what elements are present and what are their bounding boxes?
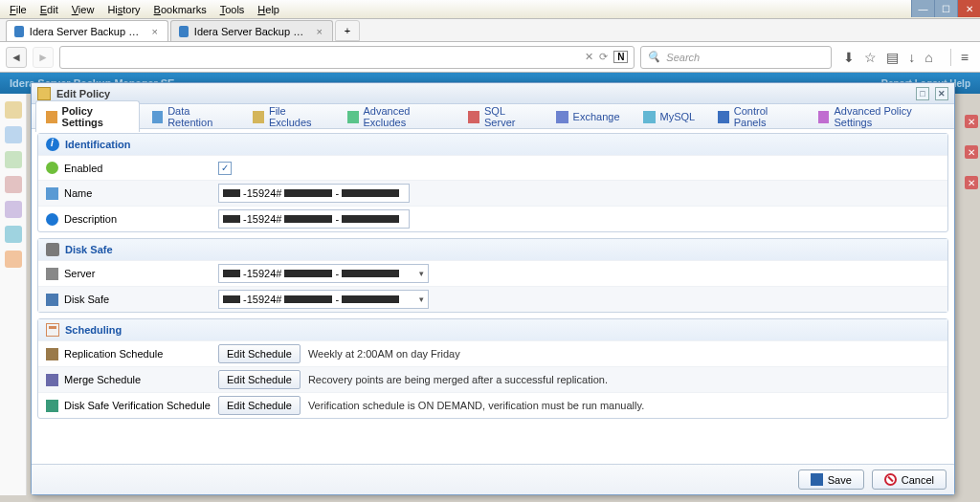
search-icon: 🔍 [647,51,660,63]
cancel-icon [884,473,897,486]
gutter-close-2[interactable]: ✕ [965,145,978,159]
search-bar[interactable]: 🔍 Search [640,46,832,69]
name-label: Name [64,187,92,199]
tab-label: Idera Server Backup Manag... [194,26,309,37]
replication-desc: Weekly at 2:00AM on day Friday [308,348,460,360]
window-maximize[interactable]: ☐ [934,0,957,17]
tab-close-icon[interactable]: × [150,26,160,37]
browser-tab-1[interactable]: Idera Server Backup Manag... × [170,20,333,41]
tab-advanced-excludes[interactable]: Advanced Excludes [337,100,457,132]
save-icon [811,473,823,486]
disk-icon [46,243,59,256]
search-placeholder: Search [666,52,700,63]
disksafe-select[interactable]: -15924#- [218,290,429,309]
menu-tools[interactable]: Tools [214,2,251,17]
tab-file-excludes[interactable]: File Excludes [242,100,335,132]
noscript-icon[interactable]: N [613,51,628,63]
forward-button[interactable]: ► [33,47,54,68]
left-icon-4[interactable] [5,176,22,193]
menu-help[interactable]: Help [252,2,285,17]
menu-file[interactable]: File [4,2,33,17]
favicon-icon [179,26,189,37]
dialog-close-icon[interactable]: ✕ [935,87,948,100]
left-icon-7[interactable] [5,251,22,268]
gutter-close-1[interactable]: ✕ [965,115,978,128]
verify-desc: Verification schedule is ON DEMAND, veri… [308,400,644,411]
downloads-icon[interactable]: ⬇ [843,50,855,65]
browser-tab-0[interactable]: Idera Server Backup Manag... × [6,20,168,41]
files-icon [253,111,264,123]
server-select[interactable]: -15924#- [218,264,429,283]
tab-data-retention[interactable]: Data Retention [142,100,241,132]
merge-label: Merge Schedule [64,374,141,385]
tab-control-panels[interactable]: Control Panels [707,100,806,132]
enabled-checkbox[interactable]: ✓ [218,162,232,175]
favicon-icon [14,26,24,37]
settings-icon [46,111,57,123]
browser-menubar: File Edit View History Bookmarks Tools H… [0,0,980,19]
left-icon-6[interactable] [5,226,22,243]
left-icon-2[interactable] [5,126,22,143]
enabled-icon [46,162,58,174]
left-icon-5[interactable] [5,201,22,218]
tab-close-icon[interactable]: × [315,26,324,37]
exchange-icon [556,111,568,123]
toolbar-icons: ⬇ ☆ ▤ ↓ ⌂ ≡ [837,49,974,66]
section-scheduling: Scheduling Replication Schedule Edit Sch… [37,318,948,419]
section-disk-safe: Disk Safe Server -15924#- Disk Safe -159… [37,238,948,313]
dialog-body: Identification Enabled ✓ Name -15924#- D… [32,129,954,464]
name-input[interactable]: -15924#- [218,184,410,203]
pencil-icon [37,87,51,100]
dialog-maximize-icon[interactable]: □ [916,87,929,100]
tab-policy-settings[interactable]: Policy Settings [35,100,140,132]
save-button[interactable]: Save [798,469,864,490]
tab-label: Idera Server Backup Manag... [30,26,145,37]
enabled-label: Enabled [64,163,102,174]
mysql-icon [643,111,656,123]
cancel-button[interactable]: Cancel [872,469,947,490]
url-bar[interactable]: ✕ ⟳ N [59,46,635,69]
menu-bookmarks[interactable]: Bookmarks [148,2,212,17]
gutter-close-3[interactable]: ✕ [965,176,978,189]
sql-icon [468,111,479,123]
stop-icon[interactable]: ✕ [585,51,593,63]
window-minimize[interactable]: — [911,0,934,17]
edit-merge-schedule-button[interactable]: Edit Schedule [218,370,301,389]
menu-view[interactable]: View [66,2,100,17]
info-icon [46,138,59,151]
tab-advanced-policy[interactable]: Advanced Policy Settings [808,100,950,132]
hamburger-icon[interactable]: ≡ [961,50,969,65]
replication-label: Replication Schedule [64,348,163,360]
menu-history[interactable]: History [101,2,145,17]
tab-mysql[interactable]: MySQL [633,106,706,127]
description-input[interactable]: -15924#- [218,209,410,229]
right-gutter: ✕ ✕ ✕ [965,115,978,189]
edit-replication-schedule-button[interactable]: Edit Schedule [218,344,301,363]
left-icon-1[interactable] [5,101,22,119]
section-identification: Identification Enabled ✓ Name -15924#- D… [37,133,948,232]
tab-exchange[interactable]: Exchange [546,106,631,127]
replication-icon [46,348,58,360]
description-label: Description [64,213,117,225]
disksafe-label: Disk Safe [64,294,109,305]
browser-navbar: ◄ ► ✕ ⟳ N 🔍 Search ⬇ ☆ ▤ ↓ ⌂ ≡ [0,42,980,73]
home-icon[interactable]: ⌂ [924,50,932,65]
merge-icon [46,374,58,386]
retention-icon [152,111,164,123]
list-icon[interactable]: ▤ [886,50,899,65]
arrow-icon[interactable]: ↓ [908,50,915,65]
window-close[interactable]: ✕ [957,0,980,17]
edit-verify-schedule-button[interactable]: Edit Schedule [218,396,301,415]
reload-icon[interactable]: ⟳ [599,51,608,63]
window-controls: — ☐ ✕ [911,0,980,17]
star-icon[interactable]: ☆ [864,50,877,65]
edit-policy-dialog: Edit Policy □ ✕ Policy Settings Data Ret… [31,82,955,495]
controlpanels-icon [718,111,729,123]
left-icon-3[interactable] [5,151,22,168]
browser-tab-new[interactable]: + [335,20,360,41]
merge-desc: Recovery points are being merged after a… [308,374,608,385]
menu-edit[interactable]: Edit [34,2,64,17]
back-button[interactable]: ◄ [6,47,27,68]
tab-sql-server[interactable]: SQL Server [457,100,543,132]
app-left-toolbar [0,94,27,495]
